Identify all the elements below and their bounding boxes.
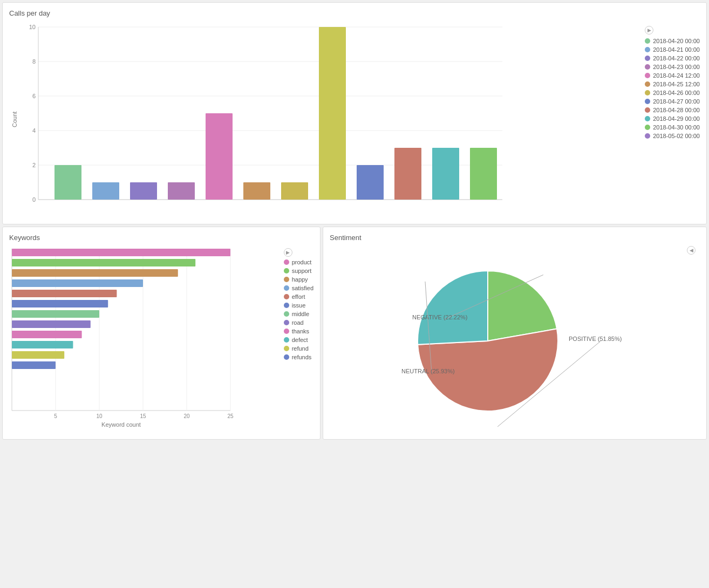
keywords-legend-item: defect xyxy=(284,337,313,343)
svg-rect-47 xyxy=(12,320,91,328)
svg-rect-14 xyxy=(54,165,81,200)
y-axis-label: Count xyxy=(9,22,20,217)
svg-rect-46 xyxy=(12,310,99,318)
svg-text:2: 2 xyxy=(32,162,36,168)
svg-rect-49 xyxy=(12,341,73,348)
calls-bar-chart: 0246810 xyxy=(22,22,636,217)
svg-rect-25 xyxy=(470,148,497,200)
calls-per-day-panel: Calls per day Count 0246810 ▶ 2018-04-20… xyxy=(2,2,707,224)
svg-rect-23 xyxy=(394,148,421,200)
keywords-legend-item: satisfied xyxy=(284,285,313,291)
legend-item: 2018-04-20 00:00 xyxy=(645,38,700,44)
sentiment-nav[interactable]: ◀ xyxy=(687,246,696,255)
keywords-legend-item: road xyxy=(284,319,313,326)
svg-text:10: 10 xyxy=(96,413,103,419)
svg-text:NEGATIVE (22.22%): NEGATIVE (22.22%) xyxy=(412,314,468,320)
top-chart-legend: 2018-04-20 00:002018-04-21 00:002018-04-… xyxy=(645,38,700,141)
legend-item: 2018-05-02 00:00 xyxy=(645,133,700,139)
keywords-legend-item: issue xyxy=(284,302,313,309)
svg-text:5: 5 xyxy=(54,413,57,419)
svg-rect-15 xyxy=(92,182,119,200)
keywords-legend-item: product xyxy=(284,259,313,265)
svg-rect-48 xyxy=(12,331,82,338)
keywords-legend-item: happy xyxy=(284,276,313,283)
legend-item: 2018-04-21 00:00 xyxy=(645,46,700,53)
svg-text:0: 0 xyxy=(32,196,36,203)
svg-rect-24 xyxy=(432,148,459,200)
svg-rect-41 xyxy=(12,259,195,266)
legend-item: 2018-04-26 00:00 xyxy=(645,90,700,96)
sentiment-title: Sentiment xyxy=(330,234,700,242)
svg-text:Keyword count: Keyword count xyxy=(101,421,141,428)
svg-text:25: 25 xyxy=(227,413,234,419)
keywords-panel: Keywords 510152025Keyword count ▶ produc… xyxy=(2,227,321,440)
sentiment-panel: Sentiment ◀ NEGATIVE (22.22%)POSITIVE (5… xyxy=(323,227,707,440)
svg-rect-44 xyxy=(12,290,117,297)
legend-item: 2018-04-30 00:00 xyxy=(645,124,700,131)
keywords-title: Keywords xyxy=(9,234,313,242)
svg-text:15: 15 xyxy=(140,413,146,419)
svg-rect-22 xyxy=(357,165,384,200)
svg-rect-43 xyxy=(12,279,143,287)
svg-rect-21 xyxy=(319,27,346,200)
keywords-bar-chart: 510152025Keyword count xyxy=(9,246,278,431)
legend-item: 2018-04-28 00:00 xyxy=(645,107,700,113)
calls-per-day-title: Calls per day xyxy=(9,9,700,17)
sentiment-pie-chart: NEGATIVE (22.22%)POSITIVE (51.85%)NEUTRA… xyxy=(330,260,700,433)
legend-item: 2018-04-24 12:00 xyxy=(645,72,700,79)
svg-rect-20 xyxy=(281,182,308,200)
top-legend-nav-left[interactable]: ▶ xyxy=(645,26,653,35)
svg-text:20: 20 xyxy=(183,413,190,419)
svg-text:4: 4 xyxy=(32,127,36,134)
keywords-legend: productsupporthappysatisfiedeffortissuem… xyxy=(284,259,313,363)
svg-text:10: 10 xyxy=(29,24,36,30)
svg-rect-45 xyxy=(12,300,108,307)
legend-item: 2018-04-22 00:00 xyxy=(645,55,700,61)
keywords-legend-item: support xyxy=(284,268,313,274)
keywords-legend-nav[interactable]: ▶ xyxy=(284,248,292,257)
keywords-legend-item: refunds xyxy=(284,354,313,360)
keywords-legend-item: thanks xyxy=(284,328,313,334)
svg-text:8: 8 xyxy=(32,58,36,65)
keywords-legend-item: effort xyxy=(284,293,313,300)
svg-rect-50 xyxy=(12,351,64,359)
dashboard: Calls per day Count 0246810 ▶ 2018-04-20… xyxy=(0,0,709,442)
legend-item: 2018-04-23 00:00 xyxy=(645,64,700,70)
svg-text:NEUTRAL (25.93%): NEUTRAL (25.93%) xyxy=(401,368,455,374)
bottom-panels: Keywords 510152025Keyword count ▶ produc… xyxy=(2,227,707,440)
keywords-legend-item: refund xyxy=(284,345,313,352)
keywords-legend-item: middle xyxy=(284,311,313,317)
svg-rect-51 xyxy=(12,361,56,369)
svg-rect-40 xyxy=(12,249,230,256)
svg-rect-17 xyxy=(168,182,195,200)
legend-item: 2018-04-29 00:00 xyxy=(645,115,700,122)
svg-rect-19 xyxy=(243,182,270,200)
svg-rect-18 xyxy=(206,113,233,200)
svg-text:6: 6 xyxy=(32,93,36,99)
svg-rect-42 xyxy=(12,269,178,277)
svg-text:POSITIVE (51.85%): POSITIVE (51.85%) xyxy=(569,336,622,342)
legend-item: 2018-04-27 00:00 xyxy=(645,98,700,105)
legend-item: 2018-04-25 12:00 xyxy=(645,81,700,87)
svg-rect-16 xyxy=(130,182,157,200)
